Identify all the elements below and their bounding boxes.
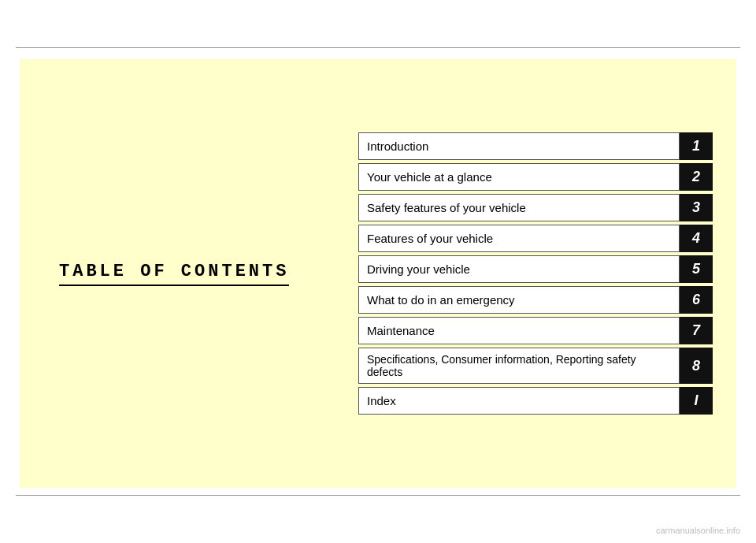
toc-row-introduction[interactable]: Introduction1	[358, 132, 713, 160]
toc-row-vehicle-glance[interactable]: Your vehicle at a glance2	[358, 163, 713, 191]
toc-number-introduction: 1	[680, 132, 713, 160]
toc-row-index[interactable]: IndexI	[358, 387, 713, 415]
toc-number-maintenance: 7	[680, 317, 713, 344]
toc-row-driving[interactable]: Driving your vehicle5	[358, 255, 713, 283]
toc-label-introduction: Introduction	[358, 132, 680, 160]
top-rule	[16, 47, 740, 48]
left-panel: TABLE OF CONTENTS	[43, 262, 358, 286]
toc-label-safety-features: Safety features of your vehicle	[358, 194, 680, 221]
toc-row-maintenance[interactable]: Maintenance7	[358, 317, 713, 344]
toc-row-safety-features[interactable]: Safety features of your vehicle3	[358, 194, 713, 221]
toc-label-maintenance: Maintenance	[358, 317, 680, 344]
toc-number-safety-features: 3	[680, 194, 713, 221]
watermark: carmanualsonline.info	[656, 526, 740, 535]
toc-number-features: 4	[680, 225, 713, 252]
toc-number-emergency: 6	[680, 286, 713, 314]
toc-number-vehicle-glance: 2	[680, 163, 713, 191]
toc-label-vehicle-glance: Your vehicle at a glance	[358, 163, 680, 191]
bottom-rule	[16, 495, 740, 496]
main-content: TABLE OF CONTENTS Introduction1Your vehi…	[20, 59, 736, 488]
toc-label-specifications: Specifications, Consumer information, Re…	[358, 348, 680, 384]
toc-number-index: I	[680, 387, 713, 415]
toc-label-index: Index	[358, 387, 680, 415]
toc-label-features: Features of your vehicle	[358, 225, 680, 252]
toc-label-driving: Driving your vehicle	[358, 255, 680, 283]
toc-number-specifications: 8	[680, 348, 713, 384]
toc-title: TABLE OF CONTENTS	[59, 262, 289, 286]
toc-row-specifications[interactable]: Specifications, Consumer information, Re…	[358, 348, 713, 384]
toc-row-emergency[interactable]: What to do in an emergency6	[358, 286, 713, 314]
toc-row-features[interactable]: Features of your vehicle4	[358, 225, 713, 252]
toc-label-emergency: What to do in an emergency	[358, 286, 680, 314]
toc-list: Introduction1Your vehicle at a glance2Sa…	[358, 132, 713, 415]
toc-number-driving: 5	[680, 255, 713, 283]
